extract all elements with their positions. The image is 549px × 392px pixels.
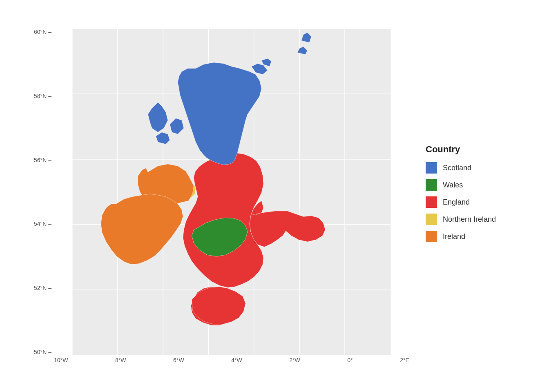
legend-swatch <box>426 214 437 225</box>
legend-item-northern-ireland: Northern Ireland <box>426 214 520 225</box>
y-label-50: 50°N – <box>34 349 51 355</box>
legend-label: England <box>443 198 470 207</box>
legend-swatch <box>426 179 437 191</box>
x-label-0: 0° <box>347 357 353 363</box>
legend-swatch <box>426 231 437 242</box>
legend-item-wales: Wales <box>426 179 520 191</box>
legend-panel: Country Scotland Wales England Northern … <box>413 16 520 376</box>
y-label-54: 54°N – <box>34 220 51 227</box>
legend-items: Scotland Wales England Northern Ireland … <box>426 162 520 248</box>
chart-area: 60°N – 58°N – 56°N – 54°N – 52°N – 50°N … <box>29 16 520 376</box>
legend-label: Northern Ireland <box>443 215 496 224</box>
legend-swatch <box>426 196 437 208</box>
x-label-4w: 4°W <box>231 357 242 363</box>
chart-container: 60°N – 58°N – 56°N – 54°N – 52°N – 50°N … <box>0 0 549 392</box>
x-label-2w: 2°W <box>289 357 300 363</box>
legend-item-england: England <box>426 196 520 208</box>
legend-title: Country <box>426 144 520 155</box>
legend-label: Ireland <box>443 232 465 241</box>
legend-label: Scotland <box>443 164 471 172</box>
x-label-10w: 10°W <box>54 357 68 363</box>
y-label-56: 56°N – <box>34 157 51 163</box>
x-axis: 10°W 8°W 6°W 4°W 2°W 0° 2°E <box>54 355 409 372</box>
legend-swatch <box>426 162 437 174</box>
y-label-60: 60°N – <box>34 29 51 35</box>
y-label-52: 52°N – <box>34 285 51 291</box>
x-label-8w: 8°W <box>115 357 126 363</box>
map-svg-wrapper <box>54 29 409 355</box>
map-svg <box>54 29 409 355</box>
legend-label: Wales <box>443 181 463 189</box>
legend-item-ireland: Ireland <box>426 231 520 242</box>
map-panel: 60°N – 58°N – 56°N – 54°N – 52°N – 50°N … <box>29 16 413 376</box>
y-axis: 60°N – 58°N – 56°N – 54°N – 52°N – 50°N … <box>29 29 54 355</box>
y-label-58: 58°N – <box>34 93 51 99</box>
x-label-2e: 2°E <box>400 357 409 363</box>
x-label-6w: 6°W <box>173 357 184 363</box>
legend-item-scotland: Scotland <box>426 162 520 174</box>
